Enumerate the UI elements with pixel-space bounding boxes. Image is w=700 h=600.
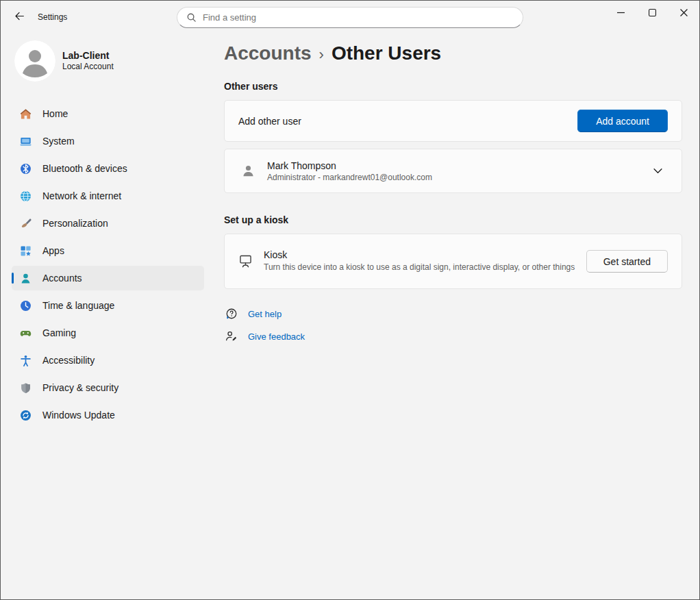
- maximize-button[interactable]: [636, 1, 668, 24]
- window-controls: [605, 1, 699, 34]
- sidebar-item-windows-update[interactable]: Windows Update: [12, 403, 204, 427]
- sidebar-item-system[interactable]: System: [12, 129, 204, 153]
- minimize-button[interactable]: [605, 1, 636, 24]
- search-box[interactable]: [177, 7, 523, 28]
- user-row-name: Mark Thompson: [267, 160, 432, 171]
- avatar-person-icon: [14, 40, 55, 82]
- breadcrumb-accounts[interactable]: Accounts: [224, 42, 312, 64]
- give-feedback-row: Give feedback: [225, 330, 682, 342]
- search-input[interactable]: [203, 12, 514, 23]
- accessibility-person-icon: [20, 355, 32, 366]
- back-arrow-icon: [14, 11, 25, 23]
- sidebar-item-label: Accounts: [42, 273, 82, 284]
- maximize-icon: [649, 9, 656, 16]
- main-content: Accounts › Other Users Other users Add o…: [217, 34, 699, 599]
- sidebar-item-label: Network & internet: [42, 190, 121, 201]
- sidebar-item-label: Apps: [42, 245, 64, 256]
- paintbrush-icon: [20, 218, 32, 229]
- app-title: Settings: [38, 12, 67, 22]
- sidebar-item-privacy-security[interactable]: Privacy & security: [12, 375, 204, 400]
- kiosk-description: Turn this device into a kiosk to use as …: [264, 262, 575, 273]
- minimize-icon: [617, 9, 625, 16]
- user-account-row[interactable]: Mark Thompson Administrator - markandrew…: [224, 149, 682, 193]
- breadcrumb: Accounts › Other Users: [224, 42, 682, 64]
- profile-account-type: Local Account: [62, 62, 114, 73]
- search-icon: [186, 12, 197, 23]
- kiosk-display-icon: [238, 254, 253, 268]
- kiosk-title: Kiosk: [264, 249, 575, 260]
- sidebar-item-label: Personalization: [42, 218, 108, 229]
- sidebar-item-label: Time & language: [42, 300, 114, 311]
- system-icon: [20, 136, 32, 147]
- other-users-heading: Other users: [224, 81, 682, 92]
- breadcrumb-chevron-icon: ›: [319, 44, 324, 64]
- sidebar-item-gaming[interactable]: Gaming: [12, 321, 204, 345]
- give-feedback-link[interactable]: Give feedback: [248, 332, 305, 342]
- user-row-expand-button[interactable]: [647, 161, 668, 182]
- get-started-button[interactable]: Get started: [586, 250, 668, 273]
- help-question-icon: [225, 308, 238, 320]
- accounts-person-icon: [20, 273, 32, 284]
- kiosk-row: Kiosk Turn this device into a kiosk to u…: [224, 234, 682, 289]
- game-controller-icon: [20, 327, 32, 339]
- settings-window: Settings: [0, 0, 700, 600]
- network-globe-icon: [20, 190, 32, 202]
- sidebar: Lab-Client Local Account Home System: [1, 34, 217, 599]
- footer-links: Get help Give feedback: [224, 308, 682, 342]
- user-row-details: Administrator - markandrewt01@outlook.co…: [267, 173, 432, 182]
- user-profile[interactable]: Lab-Client Local Account: [12, 40, 204, 84]
- sidebar-item-apps[interactable]: Apps: [12, 238, 204, 263]
- sidebar-item-label: Home: [42, 108, 68, 119]
- profile-name: Lab-Client: [62, 49, 114, 62]
- back-button[interactable]: [8, 7, 31, 27]
- sidebar-item-network-internet[interactable]: Network & internet: [12, 184, 204, 208]
- sidebar-item-accounts[interactable]: Accounts: [12, 266, 204, 290]
- sidebar-item-label: Gaming: [42, 327, 76, 338]
- titlebar: Settings: [1, 1, 699, 34]
- sidebar-item-label: Bluetooth & devices: [42, 163, 127, 174]
- feedback-person-pen-icon: [225, 330, 238, 342]
- sidebar-item-label: Windows Update: [42, 410, 115, 421]
- shield-icon: [20, 382, 32, 394]
- person-icon: [241, 164, 255, 178]
- sidebar-item-home[interactable]: Home: [12, 101, 204, 126]
- sidebar-nav: Home System Bluetooth & devices: [12, 101, 204, 430]
- sidebar-item-label: Accessibility: [42, 355, 95, 366]
- clock-icon: [20, 300, 32, 312]
- home-icon: [20, 108, 32, 120]
- kiosk-heading: Set up a kiosk: [224, 214, 682, 225]
- get-help-link[interactable]: Get help: [248, 309, 282, 319]
- sidebar-item-bluetooth-devices[interactable]: Bluetooth & devices: [12, 156, 204, 181]
- sidebar-item-label: System: [42, 136, 75, 147]
- sidebar-item-label: Privacy & security: [42, 382, 118, 393]
- add-other-user-label: Add other user: [238, 116, 577, 127]
- add-account-button[interactable]: Add account: [577, 110, 668, 132]
- update-arrows-icon: [20, 410, 32, 421]
- sidebar-item-accessibility[interactable]: Accessibility: [12, 348, 204, 373]
- get-help-row: Get help: [225, 308, 682, 320]
- sidebar-item-time-language[interactable]: Time & language: [12, 293, 204, 318]
- bluetooth-icon: [20, 163, 32, 175]
- close-icon: [680, 9, 688, 16]
- chevron-down-icon: [653, 168, 662, 174]
- sidebar-item-personalization[interactable]: Personalization: [12, 211, 204, 236]
- add-other-user-row: Add other user Add account: [224, 100, 682, 142]
- apps-grid-icon: [20, 245, 32, 257]
- page-title: Other Users: [332, 42, 441, 64]
- close-button[interactable]: [668, 1, 699, 24]
